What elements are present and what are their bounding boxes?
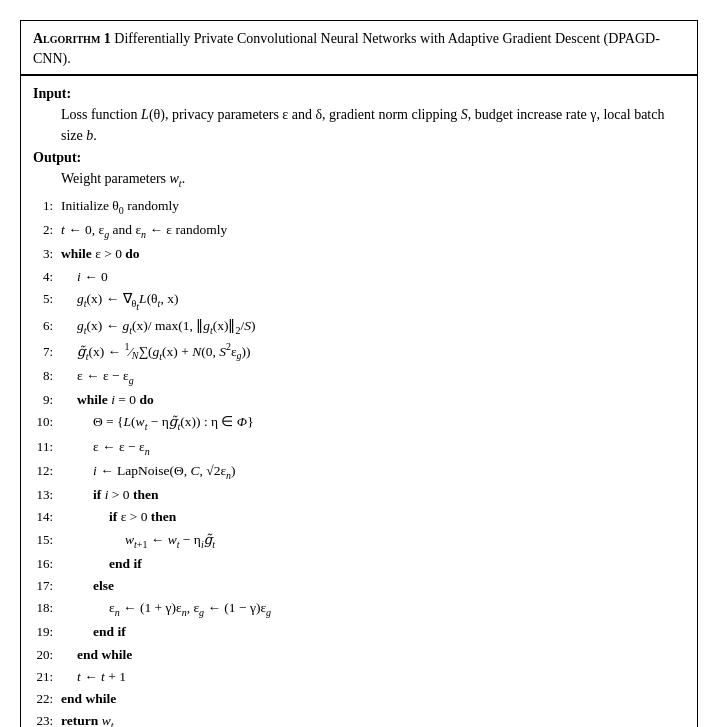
output-content: Weight parameters wt. (33, 168, 685, 191)
line-content: Θ = {L(wt − ηg̃t(x)) : η ∈ Φ} (61, 411, 685, 435)
algorithm-label: Algorithm 1 (33, 31, 111, 46)
line-content: if ε > 0 then (61, 506, 685, 528)
algo-line: 3:while ε > 0 do (33, 243, 685, 265)
line-number: 18: (33, 597, 61, 618)
algo-line: 2:t ← 0, εg and εn ← ε randomly (33, 219, 685, 243)
line-content: if i > 0 then (61, 484, 685, 506)
line-number: 13: (33, 484, 61, 505)
line-number: 19: (33, 621, 61, 642)
line-content: end if (61, 553, 685, 575)
line-number: 8: (33, 365, 61, 386)
algorithm-header: Algorithm 1 Differentially Private Convo… (21, 21, 697, 75)
output-label: Output: (33, 150, 685, 166)
line-content: gt(x) ← gt(x)/ max(1, ‖gt(x)‖2/S) (61, 315, 685, 339)
line-content: i ← 0 (61, 266, 685, 288)
algorithm-lines: 1:Initialize θ0 randomly2:t ← 0, εg and … (33, 195, 685, 727)
line-content: while ε > 0 do (61, 243, 685, 265)
algo-line: 23:return wt (33, 710, 685, 727)
line-content: gt(x) ← ∇θtL(θt, x) (61, 288, 685, 315)
algo-line: 19:end if (33, 621, 685, 643)
algo-line: 11:ε ← ε − εn (33, 436, 685, 460)
algo-line: 4:i ← 0 (33, 266, 685, 288)
algo-line: 21:t ← t + 1 (33, 666, 685, 688)
algo-line: 13:if i > 0 then (33, 484, 685, 506)
input-label: Input: (33, 86, 685, 102)
line-content: ε ← ε − εg (61, 365, 685, 389)
line-content: t ← 0, εg and εn ← ε randomly (61, 219, 685, 243)
algo-line: 17:else (33, 575, 685, 597)
line-number: 17: (33, 575, 61, 596)
algo-line: 1:Initialize θ0 randomly (33, 195, 685, 219)
line-content: Initialize θ0 randomly (61, 195, 685, 219)
algo-line: 16:end if (33, 553, 685, 575)
line-number: 23: (33, 710, 61, 727)
algo-line: 12:i ← LapNoise(Θ, C, √2εn) (33, 460, 685, 484)
algo-line: 8:ε ← ε − εg (33, 365, 685, 389)
algo-line: 18:εn ← (1 + γ)εn, εg ← (1 − γ)εg (33, 597, 685, 621)
line-content: wt+1 ← wt − ηig̃t (61, 529, 685, 553)
line-number: 21: (33, 666, 61, 687)
line-number: 10: (33, 411, 61, 432)
line-number: 11: (33, 436, 61, 457)
line-number: 15: (33, 529, 61, 550)
line-content: t ← t + 1 (61, 666, 685, 688)
line-content: return wt (61, 710, 685, 727)
algo-line: 7:g̃t(x) ← 1⁄N∑(gt(x) + N(0, S2εg)) (33, 339, 685, 365)
line-number: 7: (33, 341, 61, 362)
line-content: end while (61, 688, 685, 710)
line-number: 20: (33, 644, 61, 665)
algo-line: 22:end while (33, 688, 685, 710)
line-content: ε ← ε − εn (61, 436, 685, 460)
algorithm-body: Input: Loss function L(θ), privacy param… (21, 76, 697, 727)
line-number: 16: (33, 553, 61, 574)
line-content: i ← LapNoise(Θ, C, √2εn) (61, 460, 685, 484)
line-number: 6: (33, 315, 61, 336)
line-content: while i = 0 do (61, 389, 685, 411)
line-content: εn ← (1 + γ)εn, εg ← (1 − γ)εg (61, 597, 685, 621)
algo-line: 5:gt(x) ← ∇θtL(θt, x) (33, 288, 685, 315)
line-number: 3: (33, 243, 61, 264)
algo-line: 9:while i = 0 do (33, 389, 685, 411)
input-content: Loss function L(θ), privacy parameters ε… (33, 104, 685, 146)
line-content: end while (61, 644, 685, 666)
line-number: 22: (33, 688, 61, 709)
line-number: 4: (33, 266, 61, 287)
line-number: 9: (33, 389, 61, 410)
algo-line: 14:if ε > 0 then (33, 506, 685, 528)
line-number: 14: (33, 506, 61, 527)
line-number: 12: (33, 460, 61, 481)
algo-line: 10:Θ = {L(wt − ηg̃t(x)) : η ∈ Φ} (33, 411, 685, 435)
line-content: g̃t(x) ← 1⁄N∑(gt(x) + N(0, S2εg)) (61, 339, 685, 365)
line-number: 5: (33, 288, 61, 309)
algorithm-title: Differentially Private Convolutional Neu… (33, 31, 660, 66)
line-number: 2: (33, 219, 61, 240)
algo-line: 20:end while (33, 644, 685, 666)
algorithm-box: Algorithm 1 Differentially Private Convo… (20, 20, 698, 727)
algo-line: 6:gt(x) ← gt(x)/ max(1, ‖gt(x)‖2/S) (33, 315, 685, 339)
line-number: 1: (33, 195, 61, 216)
line-content: end if (61, 621, 685, 643)
line-content: else (61, 575, 685, 597)
algo-line: 15:wt+1 ← wt − ηig̃t (33, 529, 685, 553)
